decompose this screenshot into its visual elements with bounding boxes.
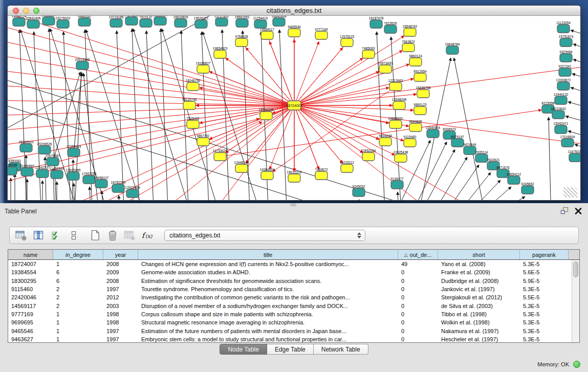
table-row[interactable]: 1456911722003Disruption of a novel membe… [8,301,579,310]
graph-node[interactable]: 16782759 [111,181,126,193]
graph-node[interactable]: 17016504 [560,135,575,147]
graph-node[interactable]: 9474444 [463,143,476,155]
graph-edge[interactable] [119,195,120,200]
graph-node[interactable]: 10719185 [109,16,124,27]
graph-node[interactable]: 6466161 [78,16,91,26]
row-checklist-button[interactable] [49,229,63,243]
graph-node[interactable]: 7619137 [139,16,153,27]
graph-node[interactable]: 16046756 [186,79,201,91]
graph-node[interactable]: 9699695 [409,120,422,132]
graph-edge[interactable] [487,196,525,200]
table-row[interactable]: 911546021997Tourette syndrome. Phenomeno… [8,285,579,293]
delete-table-disabled-button[interactable] [123,229,137,243]
graph-node[interactable]: 20691406 [26,16,41,29]
graph-node[interactable]: 16548762 [403,25,418,37]
graph-node[interactable]: 19526221 [194,16,209,29]
table-row[interactable]: 1830029562008Estimation of significance … [8,277,579,285]
column-header-title[interactable]: title [138,250,398,259]
graph-edge[interactable] [573,44,580,54]
graph-node[interactable]: 20015346 [75,58,90,70]
graph-node[interactable]: 10654112 [507,172,521,185]
graph-node[interactable]: 10958107 [94,176,109,188]
graph-edge[interactable] [146,31,154,200]
window-resize-grip[interactable] [563,187,578,198]
table-chooser-dropdown[interactable]: citations_edges.txt [164,230,365,241]
table-scrollbar-thumb[interactable] [573,261,578,277]
graph-edge[interactable] [8,100,294,105]
zoom-window-button[interactable] [33,8,39,14]
table-scrollbar[interactable] [572,260,579,342]
graph-node[interactable]: 11254419 [253,16,268,29]
graph-edge[interactable] [568,102,580,112]
graph-node[interactable]: 9860124 [409,54,422,67]
graph-node[interactable]: 9136477 [390,177,404,189]
graph-node[interactable]: 11548098 [392,98,407,110]
graph-node[interactable]: 16648784 [445,42,460,55]
tab-node-table[interactable]: Node Table [220,344,267,355]
graph-node[interactable]: 12923468 [125,186,140,198]
panel-splitter-handle[interactable] [290,204,296,206]
graph-node[interactable]: 10653992 [388,117,403,129]
table-row[interactable]: 946362711997Embryonic stem cells: a mode… [8,335,579,342]
table-row[interactable]: 1872400712008Changes of HCN gene express… [8,260,579,268]
column-visibility-button[interactable] [32,229,46,243]
graph-node[interactable]: 9534248 [379,134,392,146]
table-row[interactable]: 1938455462009Genome-wide association stu… [8,268,579,276]
graph-node[interactable]: 18300295 [259,108,274,120]
graph-node[interactable]: 16187478 [369,16,384,29]
graph-edge[interactable] [74,183,75,200]
graph-node[interactable]: 9227341 [558,64,572,77]
graph-node[interactable]: 9465546 [288,25,301,37]
graph-node[interactable]: 11675335 [568,150,580,162]
table-row[interactable]: 977716911998Corpus callosum shape and si… [8,310,579,318]
column-header-out_de[interactable]: △out_de... [398,250,438,259]
graph-node[interactable]: 9329966 [559,50,573,62]
graph-node[interactable]: 15751874 [559,35,574,47]
graph-edge[interactable] [398,192,399,200]
graph-node[interactable]: 19654923 [213,47,228,59]
graph-node[interactable]: 16210643 [551,107,566,119]
graph-node[interactable]: 12652254 [361,149,376,161]
graph-edge[interactable] [294,64,580,105]
graph-node[interactable]: 7615526 [384,21,397,34]
graph-node[interactable]: 12093872 [556,78,571,91]
float-panel-button[interactable] [560,207,569,216]
graph-node[interactable]: 9115460 [404,135,417,147]
graph-edge[interactable] [359,200,361,200]
graph-edge[interactable] [294,105,395,155]
graph-edge[interactable] [133,200,135,200]
graph-node[interactable]: 25160510 [19,140,34,152]
graph-node[interactable]: 15276002 [56,16,71,29]
graph-node[interactable]: 12505185 [66,168,81,181]
graph-edge[interactable] [243,31,250,200]
table-settings-button[interactable] [14,229,28,243]
column-header-name[interactable]: name [8,250,53,259]
graph-edge[interactable] [74,72,82,152]
graph-node[interactable]: 14569117 [260,28,275,40]
graph-node[interactable]: 18313054 [153,16,168,25]
graph-edge[interactable] [90,187,91,200]
graph-node[interactable]: 16012219 [287,170,302,183]
checkbox-list-button[interactable] [67,229,80,243]
graph-node[interactable]: 15727602 [214,16,229,26]
delete-rows-button[interactable] [105,229,119,243]
graph-node[interactable]: 12444132 [554,93,569,105]
graph-node[interactable]: 6379197 [451,135,464,147]
graph-node[interactable]: 20206526 [37,142,52,155]
graph-node[interactable]: 15992971 [554,122,569,134]
graph-edge[interactable] [181,31,189,200]
graph-node[interactable]: 16561652 [235,16,250,27]
graph-edge[interactable] [8,16,228,134]
graph-node[interactable]: 18495758 [416,86,431,98]
network-canvas[interactable]: 1872400711548098122139631097349374850631… [8,16,580,200]
graph-node[interactable]: 7485063 [362,47,375,59]
graph-node[interactable]: 11451944 [50,167,64,179]
graph-node[interactable]: 7625402 [186,117,200,129]
graph-node[interactable]: 9890123 [413,103,427,115]
graph-node[interactable]: 10975887 [46,154,60,166]
graph-node[interactable]: 7489572 [315,168,328,180]
graph-node[interactable]: 12213963 [388,79,403,91]
function-builder-button[interactable]: f (x) [140,229,154,243]
graph-edge[interactable] [161,29,168,200]
graph-node[interactable]: 10973493 [378,61,393,74]
